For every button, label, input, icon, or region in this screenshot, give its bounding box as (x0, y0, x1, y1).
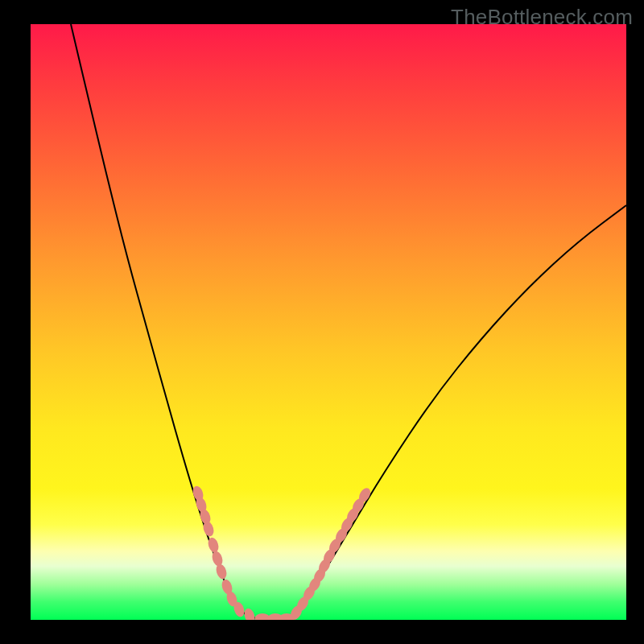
curve-left (71, 24, 256, 618)
curve-right (288, 205, 626, 618)
chart-frame: TheBottleneck.com (0, 0, 644, 644)
data-bead (242, 607, 256, 620)
plot-area (31, 24, 626, 620)
curve-layer (31, 24, 626, 620)
data-bead (214, 563, 228, 580)
data-bead (210, 550, 224, 568)
bead-group (191, 485, 373, 620)
